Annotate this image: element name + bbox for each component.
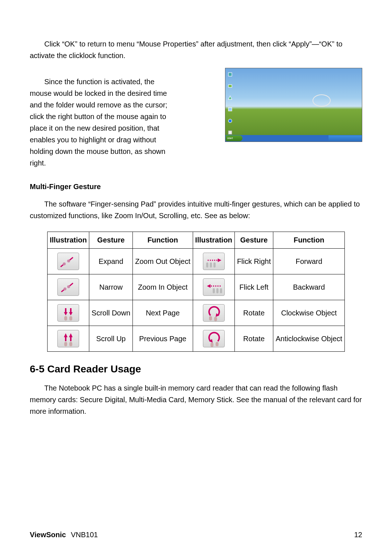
col-illustration: Illustration <box>48 232 89 249</box>
system-tray <box>328 135 362 141</box>
rotate-ccw-icon <box>203 330 225 347</box>
gesture-cell: Rotate <box>234 326 273 352</box>
heading-card-reader: 6-5 Card Reader Usage <box>30 363 362 375</box>
start-button: start <box>226 135 242 141</box>
table-row: Expand Zoom Out Object Flick Right <box>48 249 345 274</box>
expand-icon <box>57 253 79 270</box>
function-cell: Forward <box>273 249 345 274</box>
desktop-icon <box>227 70 233 78</box>
row-activated: Since the function is activated, the mou… <box>30 68 362 176</box>
svg-rect-21 <box>216 342 219 346</box>
function-cell: Anticlockwise Object <box>273 326 345 352</box>
svg-rect-8 <box>210 262 212 268</box>
function-cell: Previous Page <box>133 326 193 352</box>
function-cell: Zoom Out Object <box>133 249 193 274</box>
highlight-circle <box>313 94 331 107</box>
heading-multi-finger: Multi-Finger Gesture <box>30 183 362 191</box>
table-row: Scroll Down Next Page Rotate Clockwise O… <box>48 300 345 326</box>
svg-rect-9 <box>213 262 216 268</box>
svg-rect-22 <box>211 343 213 347</box>
gesture-cell: Expand <box>89 249 133 274</box>
illustration-cell <box>48 249 89 274</box>
function-cell: Zoom In Object <box>133 274 193 300</box>
gesture-cell: Flick Right <box>234 249 273 274</box>
illustration-cell <box>48 326 89 352</box>
svg-rect-13 <box>216 288 219 293</box>
col-gesture: Gesture <box>234 232 273 249</box>
paragraph-activated: Since the function is activated, the mou… <box>30 75 173 169</box>
svg-rect-19 <box>64 342 67 346</box>
page-footer: ViewSonic VNB101 12 <box>30 531 362 539</box>
svg-rect-1 <box>228 85 232 87</box>
svg-rect-18 <box>214 317 217 321</box>
gesture-cell: Flick Left <box>234 274 273 300</box>
function-cell: Clockwise Object <box>273 300 345 326</box>
desktop-icon-column <box>227 70 233 136</box>
gesture-cell: Rotate <box>234 300 273 326</box>
svg-rect-0 <box>228 73 232 76</box>
function-cell: Backward <box>273 274 345 300</box>
table-header-row: Illustration Gesture Function Illustrati… <box>48 232 345 249</box>
rotate-cw-icon <box>203 304 225 322</box>
illustration-cell <box>193 326 234 352</box>
illustration-cell <box>193 249 234 274</box>
gesture-table: Illustration Gesture Function Illustrati… <box>47 232 345 352</box>
gesture-cell: Narrow <box>89 274 133 300</box>
gesture-cell: Scroll Up <box>89 326 133 352</box>
col-function: Function <box>273 232 345 249</box>
col-illustration: Illustration <box>193 232 234 249</box>
desktop-icon <box>227 117 233 125</box>
svg-point-3 <box>228 119 232 123</box>
footer-left: ViewSonic VNB101 <box>30 531 98 539</box>
svg-point-5 <box>63 262 66 265</box>
paragraph-intro: Click “OK” to return to menu “Mouse Prop… <box>30 38 362 61</box>
document-page: Click “OK” to return to menu “Mouse Prop… <box>0 0 392 555</box>
svg-rect-7 <box>206 262 208 268</box>
svg-point-6 <box>67 260 70 262</box>
svg-rect-20 <box>69 342 72 346</box>
desktop-icon <box>227 82 233 90</box>
gesture-cell: Scroll Down <box>89 300 133 326</box>
desktop-screenshot: start <box>225 68 362 142</box>
svg-rect-17 <box>209 316 212 321</box>
scroll-up-icon <box>57 330 79 347</box>
table-row: Narrow Zoom In Object Flick Left Ba <box>48 274 345 300</box>
col-function: Function <box>133 232 193 249</box>
svg-rect-4 <box>228 131 232 134</box>
svg-rect-14 <box>220 288 222 293</box>
desktop-icon <box>227 105 233 113</box>
taskbar: start <box>225 135 362 142</box>
svg-point-11 <box>67 285 70 288</box>
narrow-icon <box>57 278 79 296</box>
function-cell: Next Page <box>133 300 193 326</box>
svg-rect-16 <box>69 316 72 321</box>
svg-point-10 <box>64 287 66 290</box>
scroll-down-icon <box>57 304 79 322</box>
svg-rect-15 <box>64 316 67 321</box>
illustration-cell <box>48 274 89 300</box>
svg-rect-12 <box>213 288 215 293</box>
paragraph-multi-finger: The software “Finger-sensing Pad” provid… <box>30 198 362 221</box>
desktop-icon <box>227 94 233 102</box>
paragraph-card-reader: The Notebook PC has a single built-in me… <box>30 382 362 417</box>
table-row: Scroll Up Previous Page Rotate Anticlock… <box>48 326 345 352</box>
footer-model: VNB101 <box>71 531 98 539</box>
illustration-cell <box>193 300 234 326</box>
col-gesture: Gesture <box>89 232 133 249</box>
illustration-cell <box>193 274 234 300</box>
flick-right-icon <box>203 253 225 270</box>
svg-rect-2 <box>228 107 232 111</box>
flick-left-icon <box>203 278 225 296</box>
footer-page-number: 12 <box>354 531 362 539</box>
illustration-cell <box>48 300 89 326</box>
footer-brand: ViewSonic <box>30 531 66 539</box>
